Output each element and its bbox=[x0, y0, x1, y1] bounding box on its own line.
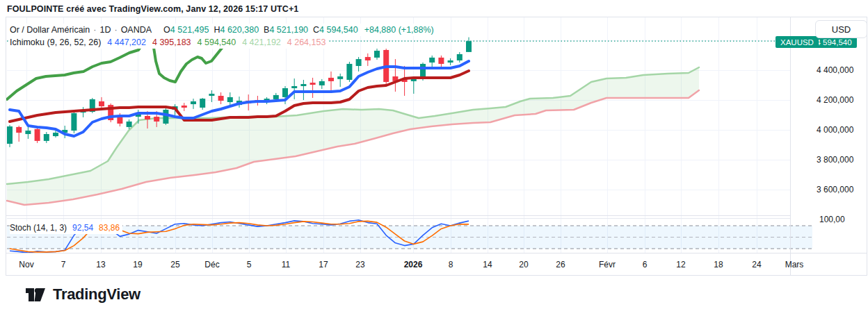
low-value: 4 521,190 bbox=[269, 25, 308, 35]
senkou-b-value: 4 264,153 bbox=[287, 38, 326, 47]
price-axis-label: 4 400,000 bbox=[817, 65, 853, 75]
indicator-params: (9, 26, 52, 26) bbox=[47, 38, 102, 47]
time-axis-label: Févr bbox=[599, 260, 616, 269]
time-axis-label: 5 bbox=[247, 260, 252, 269]
stoch-name: Stoch bbox=[10, 223, 31, 233]
price-axis-label: 4 200,000 bbox=[817, 95, 853, 105]
time-axis-label: Déc bbox=[204, 260, 219, 269]
time-axis-label: 14 bbox=[483, 260, 492, 269]
stoch-legend[interactable]: Stoch (14, 1, 3)92,5483,86 bbox=[10, 222, 122, 234]
time-axis-label: 23 bbox=[355, 260, 364, 269]
time-axis-label: 24 bbox=[752, 260, 761, 269]
tradingview-logo-icon bbox=[25, 285, 46, 304]
stoch-axis-label: 100,00 bbox=[819, 215, 845, 224]
tradingview-logo[interactable]: TradingView bbox=[25, 285, 140, 304]
legend-separator: · bbox=[93, 25, 96, 35]
price-axis-label: 3 600,000 bbox=[817, 185, 853, 194]
symbol-legend: Or / Dollar Américain·1D·OANDAO4 521,495… bbox=[10, 24, 437, 36]
senkou-a-value: 4 421,192 bbox=[242, 38, 281, 47]
open-value: 4 521,495 bbox=[170, 25, 209, 35]
time-axis-label: 6 bbox=[643, 260, 648, 269]
symbol-name[interactable]: Or / Dollar Américain bbox=[10, 25, 90, 35]
price-axis-label: 3 800,000 bbox=[817, 155, 853, 165]
currency-button[interactable]: USD bbox=[815, 20, 867, 38]
indicator-name: Ichimoku bbox=[10, 38, 45, 47]
time-axis-label: 13 bbox=[96, 260, 105, 269]
high-value: 4 620,380 bbox=[220, 25, 259, 35]
tradingview-logo-text: TradingView bbox=[53, 285, 140, 303]
time-axis-label: Nov bbox=[19, 260, 33, 269]
page-title: FOULPOINTE créé avec TradingView.com, Ja… bbox=[7, 4, 298, 14]
time-axis-label: 25 bbox=[170, 260, 179, 269]
time-axis-label: 7 bbox=[61, 260, 66, 269]
chikou-value: 4 594,540 bbox=[198, 38, 236, 47]
symbol-badge: XAUUSD bbox=[775, 36, 819, 48]
time-axis-label: 11 bbox=[282, 260, 290, 269]
time-axis-label: 2026 bbox=[404, 260, 423, 269]
time-axis-label: Mars bbox=[785, 260, 804, 269]
exchange-label[interactable]: OANDA bbox=[121, 25, 152, 35]
time-axis-label: 8 bbox=[449, 260, 453, 269]
change-value: +84,880 (+1,88%) bbox=[364, 25, 434, 35]
time-axis-label: 20 bbox=[519, 260, 528, 269]
stoch-k-value: 92,54 bbox=[72, 223, 93, 233]
price-axis-label: 4 000,000 bbox=[817, 125, 853, 135]
tenkan-value: 4 447,202 bbox=[107, 38, 146, 47]
time-axis-label: 26 bbox=[556, 260, 565, 269]
ohlc-values: O4 521,495H4 620,380B4 521,190C4 594,540… bbox=[159, 25, 434, 35]
tradingview-snapshot: FOULPOINTE créé avec TradingView.com, Ja… bbox=[0, 0, 868, 316]
stoch-params: (14, 1, 3) bbox=[33, 223, 67, 233]
legend-separator: · bbox=[114, 25, 117, 35]
interval-label[interactable]: 1D bbox=[99, 25, 111, 35]
stoch-d-value: 83,86 bbox=[99, 223, 120, 233]
ichimoku-legend[interactable]: Ichimoku (9, 26, 52, 26)4 447,2024 395,1… bbox=[10, 36, 328, 49]
time-axis-label: 12 bbox=[676, 260, 685, 269]
close-value: 4 594,540 bbox=[319, 25, 358, 35]
close-letter: C bbox=[313, 25, 319, 35]
time-axis-label: 18 bbox=[714, 260, 723, 269]
open-letter: O bbox=[163, 25, 170, 35]
kijun-value: 4 395,183 bbox=[152, 38, 191, 47]
time-axis-label: 17 bbox=[319, 260, 328, 269]
time-axis-label: 19 bbox=[133, 260, 142, 269]
